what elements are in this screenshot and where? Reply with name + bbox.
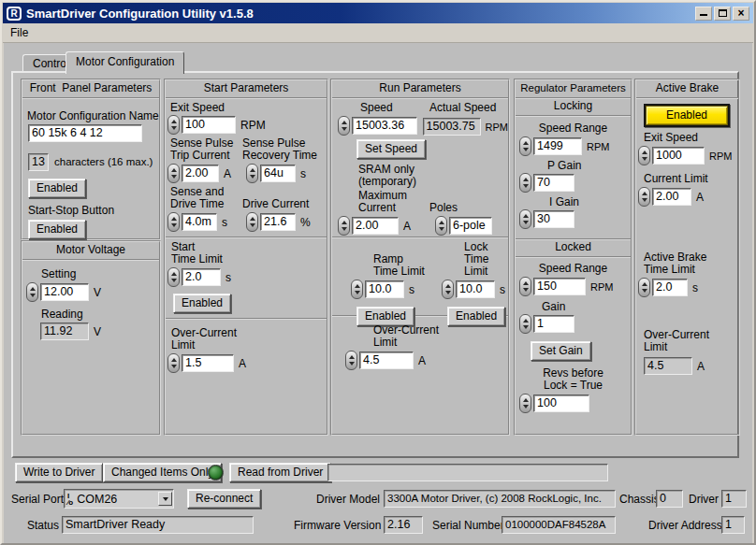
- lock-time-limit-field[interactable]: 10.0: [456, 280, 495, 298]
- serial-port-dropdown-button[interactable]: [158, 492, 172, 506]
- voltage-setting-unit: V: [94, 286, 101, 299]
- window-controls: ×: [695, 7, 749, 21]
- start-over-current-unit: A: [239, 357, 246, 370]
- run-over-current-field[interactable]: 4.5: [359, 351, 414, 369]
- locked-header: Locked: [516, 240, 631, 258]
- p-gain-spinner[interactable]: [519, 173, 531, 193]
- revs-before-lock-field[interactable]: 100: [533, 394, 589, 412]
- set-speed-button[interactable]: Set Speed: [356, 139, 426, 159]
- lock-time-limit-label: Lock Time Limit: [464, 241, 508, 278]
- locked-speed-range-field[interactable]: 150: [533, 278, 586, 295]
- brake-current-limit-field[interactable]: 2.00: [652, 188, 691, 206]
- sense-drive-time-spinner[interactable]: [167, 212, 180, 232]
- motor-configuration-page: Front Panel Parameters Motor Configurati…: [11, 71, 739, 458]
- voltage-setting-field[interactable]: 12.00: [40, 283, 89, 301]
- i-gain-spinner[interactable]: [519, 209, 531, 229]
- locking-speed-range-spinner[interactable]: [519, 136, 531, 156]
- active-brake-enabled-button[interactable]: Enabled: [646, 106, 728, 125]
- recovery-time-spinner[interactable]: [246, 164, 258, 183]
- lock-time-limit-spinner[interactable]: [442, 280, 454, 299]
- ramp-time-limit-spinner[interactable]: [351, 280, 363, 299]
- max-current-field[interactable]: 2.00: [352, 217, 399, 235]
- set-gain-button[interactable]: Set Gain: [531, 341, 591, 361]
- char-count-label: characters (16 max.): [54, 156, 153, 168]
- read-from-driver-button[interactable]: Read from Driver: [229, 463, 331, 482]
- recovery-time-field[interactable]: 64u: [260, 165, 296, 182]
- brake-exit-speed-field[interactable]: 1000: [652, 147, 705, 165]
- poles-spinner[interactable]: [435, 216, 447, 236]
- brake-current-limit-unit: A: [696, 191, 704, 204]
- voltage-setting-label: Setting: [41, 268, 159, 280]
- brake-current-limit-spinner[interactable]: [638, 187, 650, 207]
- brake-exit-speed-unit: RPM: [709, 151, 732, 162]
- drive-current-spinner[interactable]: [246, 212, 258, 232]
- p-gain-field[interactable]: 70: [533, 174, 574, 192]
- menu-bar: File: [3, 23, 753, 43]
- locked-gain-field[interactable]: 1: [533, 315, 574, 333]
- drive-current-label: Drive Current: [242, 198, 309, 210]
- locking-speed-range-unit: RPM: [587, 141, 609, 152]
- max-current-unit: A: [403, 220, 411, 233]
- run-speed-spinner[interactable]: [338, 116, 350, 136]
- run-over-current-label: Over-Current Limit: [373, 324, 508, 349]
- start-parameters-header: Start Parameters: [166, 80, 327, 99]
- front-panel-parameters-group: Front Panel Parameters Motor Configurati…: [21, 79, 161, 240]
- recovery-time-unit: s: [300, 167, 306, 180]
- p-gain-label: P Gain: [547, 160, 631, 172]
- maximize-button[interactable]: [714, 7, 731, 21]
- start-over-current-field[interactable]: 1.5: [182, 354, 234, 372]
- trip-current-field[interactable]: 2.00: [182, 165, 219, 182]
- start-time-limit-field[interactable]: 2.0: [182, 268, 221, 286]
- max-current-spinner[interactable]: [338, 216, 350, 236]
- close-button[interactable]: ×: [733, 7, 749, 21]
- revs-before-lock-spinner[interactable]: [519, 394, 531, 413]
- motor-config-name-input[interactable]: 60 15k 6 4 12: [28, 124, 142, 142]
- locked-gain-label: Gain: [542, 301, 631, 313]
- start-time-limit-enabled-button[interactable]: Enabled: [173, 294, 231, 313]
- changed-items-only-button[interactable]: Changed Items Only: [103, 463, 222, 482]
- close-icon: ×: [737, 8, 744, 18]
- io-resource-icon: I⁄o: [67, 493, 73, 506]
- minimize-button[interactable]: [695, 7, 712, 21]
- locked-speed-range-spinner[interactable]: [519, 277, 531, 296]
- write-to-driver-button[interactable]: Write to Driver: [15, 463, 103, 482]
- sram-note: SRAM only (temporary): [358, 164, 508, 188]
- start-time-limit-spinner[interactable]: [167, 267, 180, 287]
- drive-current-field[interactable]: 21.6: [260, 213, 296, 231]
- start-stop-enabled-button[interactable]: Enabled: [28, 220, 86, 239]
- voltage-reading-label: Reading: [41, 308, 159, 321]
- locked-gain-spinner[interactable]: [519, 314, 531, 334]
- voltage-setting-spinner[interactable]: [26, 282, 38, 302]
- sense-drive-time-unit: s: [222, 216, 227, 229]
- poles-field[interactable]: 6-pole: [449, 217, 492, 235]
- brake-time-limit-spinner[interactable]: [638, 278, 650, 297]
- serial-port-combo[interactable]: I⁄o COM26: [64, 489, 174, 509]
- config-name-enabled-button[interactable]: Enabled: [28, 179, 86, 198]
- serial-port-label: Serial Port: [11, 493, 64, 506]
- brake-exit-speed-spinner[interactable]: [638, 146, 650, 165]
- ramp-time-limit-field[interactable]: 10.0: [365, 280, 404, 298]
- locking-speed-range-field[interactable]: 1499: [533, 137, 582, 155]
- serial-number-label: Serial Number: [432, 519, 504, 532]
- i-gain-field[interactable]: 30: [533, 210, 574, 228]
- activity-led-indicator: [208, 465, 224, 480]
- sense-drive-time-field[interactable]: 4.0m: [182, 213, 217, 231]
- start-exit-speed-field[interactable]: 100: [182, 116, 236, 134]
- motor-config-name-label: Motor Configuration Name: [27, 110, 159, 122]
- firmware-version-label: Firmware Version: [294, 519, 381, 532]
- chassis-indicator: 0: [656, 490, 683, 508]
- trip-current-label: Sense Pulse Trip Current: [170, 137, 242, 162]
- recovery-time-label: Sense Pulse Recovery Time: [242, 137, 317, 162]
- brake-over-current-indicator: 4.5: [644, 357, 692, 375]
- lock-enabled-button[interactable]: Enabled: [447, 307, 505, 326]
- tab-motor-configuration[interactable]: Motor Configuration: [65, 51, 184, 74]
- reconnect-button[interactable]: Re-connect: [187, 489, 261, 509]
- run-over-current-spinner[interactable]: [345, 351, 357, 370]
- menu-file[interactable]: File: [3, 24, 36, 41]
- run-speed-field[interactable]: 15003.36: [352, 117, 417, 135]
- locked-speed-range-unit: RPM: [590, 281, 613, 293]
- start-exit-speed-spinner[interactable]: [167, 115, 180, 135]
- start-over-current-spinner[interactable]: [167, 353, 180, 373]
- trip-current-spinner[interactable]: [167, 164, 180, 183]
- brake-time-limit-field[interactable]: 2.0: [652, 279, 688, 296]
